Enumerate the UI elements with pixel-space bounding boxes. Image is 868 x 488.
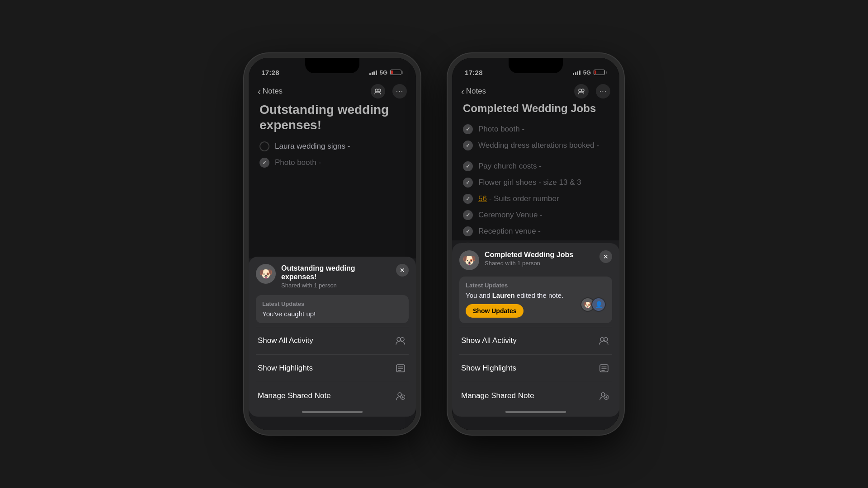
svg-point-3 [401,338,404,341]
latest-updates-label-right: Latest Updates [466,282,606,289]
show-all-activity-label-left: Show All Activity [258,336,313,345]
phone-right-screen: 17:28 5G [452,58,619,430]
latest-updates-right: Latest Updates You and Lauren edited the… [459,277,612,323]
popup-title-group-left: Outstanding wedding expenses! Shared wit… [281,264,391,289]
svg-point-15 [604,338,608,341]
show-highlights-right[interactable]: Show Highlights [459,354,612,382]
popup-avatar-left: 🐶 [256,264,276,284]
home-indicator-right [505,411,566,413]
popup-avatar-right: 🐶 [459,250,479,270]
activity-icon-right [598,334,610,347]
popup-header-right: 🐶 Completed Wedding Jobs Shared with 1 p… [459,250,612,270]
home-indicator-left [302,411,363,413]
manage-shared-note-left[interactable]: Manage Shared Note [256,382,409,409]
svg-point-2 [397,338,401,341]
svg-point-14 [600,338,604,341]
popup-subtitle-left: Shared with 1 person [281,282,391,289]
show-all-activity-label-right: Show All Activity [461,336,517,345]
show-all-activity-right[interactable]: Show All Activity [459,327,612,354]
popup-close-right[interactable]: ✕ [599,250,612,263]
manage-icon-left [394,389,407,402]
popup-header-left: 🐶 Outstanding wedding expenses! Shared w… [256,264,409,289]
overlay-dim-left [249,58,416,258]
highlights-icon-right [598,362,610,375]
popup-title-left: Outstanding wedding expenses! [281,264,391,281]
activity-icon-left [394,334,407,347]
popup-sheet-left: 🐶 Outstanding wedding expenses! Shared w… [249,257,416,417]
show-highlights-label-left: Show Highlights [258,364,313,373]
overlay-dim-right [452,58,619,240]
highlights-icon-left [394,362,407,375]
latest-updates-left: Latest Updates You've caught up! [256,295,409,323]
popup-title-group-right: Completed Wedding Jobs Shared with 1 per… [485,250,594,267]
edited-text: edited the note. [515,291,564,299]
manage-shared-note-label-left: Manage Shared Note [258,391,331,400]
phone-left-screen: 17:28 5G [249,58,416,430]
updates-text-left: You've caught up! [262,310,402,318]
updates-row-right: You and Lauren edited the note. Show Upd… [466,291,606,318]
popup-sheet-right: 🐶 Completed Wedding Jobs Shared with 1 p… [452,243,619,417]
scene: 17:28 5G [0,0,868,488]
updates-info-right: You and Lauren edited the note. [466,291,563,299]
latest-updates-label-left: Latest Updates [262,300,402,307]
you-and-text: You and [466,291,492,299]
popup-close-left[interactable]: ✕ [396,264,409,277]
phone-right: 17:28 5G [448,53,624,435]
show-highlights-label-right: Show Highlights [461,364,516,373]
avatar-sm-2: 👤 [591,297,606,312]
manage-icon-right [598,389,610,402]
manage-shared-note-right[interactable]: Manage Shared Note [459,382,612,409]
phone-left: 17:28 5G [244,53,420,435]
avatars-stack-right: 🐶 👤 [580,297,606,312]
collaborator-name: Lauren [492,291,515,299]
show-all-activity-left[interactable]: Show All Activity [256,327,409,354]
popup-subtitle-right: Shared with 1 person [485,260,594,267]
popup-title-right: Completed Wedding Jobs [485,250,594,259]
manage-shared-note-label-right: Manage Shared Note [461,391,534,400]
show-updates-button-right[interactable]: Show Updates [466,304,524,318]
show-highlights-left[interactable]: Show Highlights [256,354,409,382]
